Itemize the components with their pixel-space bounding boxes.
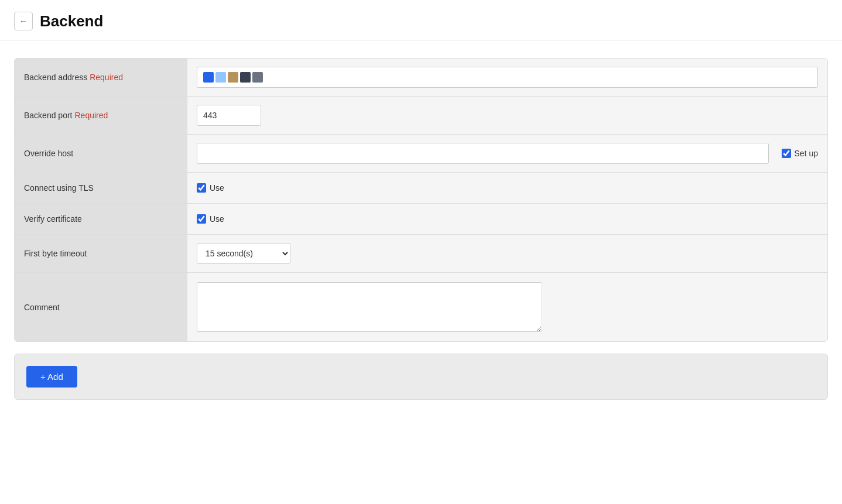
tls-checkbox-label[interactable]: Use bbox=[210, 183, 224, 193]
first-byte-timeout-field: 1 second(s) 5 second(s) 10 second(s) 15 … bbox=[187, 235, 827, 272]
backend-port-label: Backend port Required bbox=[15, 97, 187, 134]
cert-checkbox[interactable] bbox=[197, 214, 206, 224]
setup-checkbox[interactable] bbox=[782, 149, 791, 158]
override-host-field: Set up bbox=[187, 135, 827, 172]
override-host-input[interactable] bbox=[197, 143, 769, 164]
chip-3 bbox=[228, 72, 238, 83]
override-input-wrapper bbox=[197, 143, 769, 164]
footer-bar: + Add bbox=[14, 354, 828, 400]
backend-address-label: Backend address Required bbox=[15, 59, 187, 96]
connect-tls-field: Use bbox=[187, 173, 827, 203]
first-byte-timeout-row: First byte timeout 1 second(s) 5 second(… bbox=[15, 235, 827, 273]
tls-checkbox[interactable] bbox=[197, 183, 206, 193]
connect-tls-label: Connect using TLS bbox=[15, 173, 187, 203]
comment-textarea[interactable] bbox=[197, 282, 542, 332]
verify-cert-row: Verify certificate Use bbox=[15, 204, 827, 235]
comment-field bbox=[187, 273, 827, 341]
backend-address-row: Backend address Required bbox=[15, 59, 827, 97]
header: ← Backend bbox=[0, 0, 842, 40]
back-icon: ← bbox=[19, 16, 28, 26]
main-content: Backend address Required bbox=[0, 40, 842, 414]
address-input-wrapper[interactable] bbox=[197, 67, 818, 88]
form-container: Backend address Required bbox=[14, 58, 828, 342]
chip-2 bbox=[215, 72, 226, 83]
setup-checkbox-label[interactable]: Set up bbox=[795, 149, 818, 158]
chip-5 bbox=[252, 72, 263, 83]
page-container: ← Backend Backend address Required bbox=[0, 0, 842, 504]
backend-port-input[interactable] bbox=[197, 105, 261, 126]
connect-tls-row: Connect using TLS Use bbox=[15, 173, 827, 204]
override-host-label: Override host bbox=[15, 135, 187, 172]
backend-address-required: Required bbox=[90, 73, 123, 82]
first-byte-timeout-label: First byte timeout bbox=[15, 235, 187, 272]
override-host-row: Override host Set up bbox=[15, 135, 827, 173]
setup-checkbox-group: Set up bbox=[782, 149, 818, 158]
backend-port-field bbox=[187, 97, 827, 134]
chip-4 bbox=[240, 72, 251, 83]
add-button[interactable]: + Add bbox=[26, 366, 77, 388]
backend-port-required: Required bbox=[75, 111, 108, 120]
verify-cert-field: Use bbox=[187, 204, 827, 234]
cert-checkbox-group: Use bbox=[197, 214, 224, 224]
verify-cert-label: Verify certificate bbox=[15, 204, 187, 234]
comment-label: Comment bbox=[15, 273, 187, 341]
backend-port-row: Backend port Required bbox=[15, 97, 827, 135]
backend-address-field bbox=[187, 59, 827, 96]
tls-checkbox-group: Use bbox=[197, 183, 224, 193]
back-button[interactable]: ← bbox=[14, 12, 33, 30]
chip-1 bbox=[203, 72, 214, 83]
first-byte-timeout-select[interactable]: 1 second(s) 5 second(s) 10 second(s) 15 … bbox=[197, 243, 290, 264]
page-title: Backend bbox=[40, 12, 103, 30]
cert-checkbox-label[interactable]: Use bbox=[210, 214, 224, 224]
address-chips bbox=[200, 70, 266, 85]
comment-row: Comment bbox=[15, 273, 827, 341]
